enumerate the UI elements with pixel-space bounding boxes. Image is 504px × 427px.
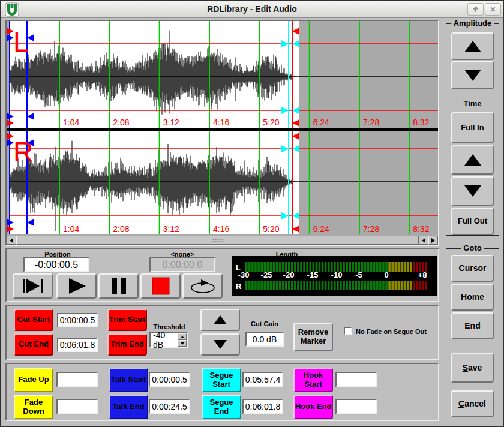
fade-down-field[interactable] — [56, 399, 98, 414]
cut-end-field[interactable]: 0:06:01.8 — [57, 338, 98, 352]
down-arrow-icon — [214, 340, 227, 349]
svg-text:-25: -25 — [261, 270, 272, 279]
play-from-start-icon — [21, 278, 45, 294]
fade-up-button[interactable]: Fade Up — [14, 368, 53, 392]
play-icon — [67, 278, 87, 294]
stop-button[interactable] — [140, 273, 181, 299]
goto-cursor-button[interactable]: Cursor — [451, 255, 494, 282]
scroll-back-button[interactable] — [419, 236, 428, 245]
time-zoom-in-button[interactable] — [451, 145, 494, 175]
spin-down-icon — [181, 342, 184, 345]
audio-meter: LR-30-25-20-15-10-50+8 — [232, 256, 437, 296]
scroll-right-button[interactable] — [428, 236, 438, 245]
shade-button[interactable] — [467, 3, 484, 16]
trim-end-button[interactable]: Trim End — [107, 333, 147, 356]
svg-text:3:12: 3:12 — [163, 224, 179, 234]
no-fade-label: No Fade on Segue Out — [356, 328, 434, 335]
amplitude-group-title: Amplitude — [451, 19, 494, 28]
segue-start-button[interactable]: Segue Start — [202, 368, 241, 392]
svg-text:4:16: 4:16 — [213, 118, 229, 127]
cut-end-button[interactable]: Cut End — [14, 333, 53, 356]
up-arrow-icon — [464, 154, 481, 166]
titlebar[interactable]: RDLibrary - Edit Audio ✕ — [1, 1, 503, 18]
scroll-left-button[interactable] — [7, 236, 16, 245]
waveform-scrollbar[interactable] — [7, 236, 438, 245]
down-arrow-icon — [464, 70, 481, 81]
amplitude-group: Amplitude — [446, 23, 499, 95]
cut-gain-field[interactable]: 0.0 dB — [245, 332, 284, 347]
svg-text:7:28: 7:28 — [363, 224, 379, 234]
hook-end-field[interactable] — [335, 399, 377, 414]
hook-start-button[interactable]: Hook Start — [293, 368, 333, 392]
svg-text:7:28: 7:28 — [363, 118, 379, 127]
svg-text:5:20: 5:20 — [263, 224, 279, 234]
shade-icon — [472, 6, 479, 13]
svg-text:2:08: 2:08 — [113, 118, 129, 127]
cut-start-field[interactable]: 0:00:00.5 — [57, 313, 98, 327]
up-arrow-icon — [464, 41, 481, 52]
edit-audio-window: RDLibrary - Edit Audio ✕ LR1:041:042:082… — [0, 0, 504, 427]
amplitude-down-button[interactable] — [451, 61, 494, 89]
talk-end-field[interactable]: 0:00:24.5 — [149, 399, 190, 414]
threshold-down-button[interactable] — [178, 340, 187, 347]
svg-text:0: 0 — [384, 270, 388, 279]
time-full-in-button[interactable]: Full In — [451, 112, 494, 143]
amplitude-up-button[interactable] — [451, 32, 494, 60]
threshold-up-button[interactable] — [178, 333, 187, 340]
save-button[interactable]: Save — [451, 353, 494, 383]
svg-text:8:32: 8:32 — [413, 224, 429, 234]
talk-end-button[interactable]: Talk End — [109, 395, 148, 419]
cut-start-button[interactable]: Cut Start — [14, 309, 53, 331]
loop-button[interactable] — [182, 273, 223, 299]
gain-down-button[interactable] — [200, 333, 240, 356]
waveform-panel: LR1:041:042:082:083:123:124:164:165:205:… — [5, 20, 439, 246]
goto-group: Goto Cursor Home End — [446, 248, 499, 347]
svg-text:6:24: 6:24 — [313, 224, 329, 234]
segue-end-button[interactable]: Segue End — [202, 395, 241, 419]
svg-text:-20: -20 — [283, 270, 295, 279]
loop-icon — [188, 278, 218, 294]
talk-start-field[interactable]: 0:00:00.5 — [149, 372, 190, 387]
goto-home-button[interactable]: Home — [451, 284, 494, 311]
svg-text:-30: -30 — [238, 270, 250, 279]
fade-up-field[interactable] — [56, 372, 98, 387]
hook-end-button[interactable]: Hook End — [293, 395, 333, 419]
stop-icon — [152, 277, 170, 295]
goto-end-button[interactable]: End — [451, 312, 494, 339]
close-icon: ✕ — [490, 5, 496, 14]
svg-text:8:32: 8:32 — [413, 118, 429, 127]
threshold-label: Threshold — [149, 323, 189, 330]
pause-button[interactable] — [98, 273, 139, 299]
svg-text:6:24: 6:24 — [313, 118, 329, 127]
hook-start-field[interactable] — [335, 372, 377, 387]
remove-marker-button[interactable]: Remove Marker — [293, 323, 333, 351]
pause-icon — [110, 277, 128, 295]
svg-text:R: R — [236, 282, 242, 291]
segue-start-field[interactable]: 0:05:57.4 — [242, 372, 283, 387]
time-group: Time Full In Full Out — [446, 104, 499, 236]
no-fade-checkbox[interactable] — [344, 327, 352, 335]
trim-start-button[interactable]: Trim Start — [107, 309, 147, 331]
scroll-left-icon — [10, 238, 13, 243]
cut-trim-panel: Cut Start 0:00:00.5 Cut End 0:06:01.8 Tr… — [5, 305, 439, 360]
cancel-button[interactable]: Cancel — [451, 390, 494, 417]
goto-group-title: Goto — [461, 243, 484, 252]
svg-text:R: R — [13, 136, 33, 167]
threshold-value[interactable]: -40 dB — [151, 333, 178, 347]
gain-up-button[interactable] — [200, 309, 240, 331]
time-full-out-button[interactable]: Full Out — [451, 208, 494, 235]
segue-end-field[interactable]: 0:06:01.8 — [242, 399, 283, 414]
down-arrow-icon — [464, 185, 481, 197]
time-zoom-out-button[interactable] — [451, 176, 494, 206]
close-button[interactable]: ✕ — [485, 3, 501, 16]
position-field[interactable]: -0:00:00.5 — [23, 257, 89, 272]
waveform-display[interactable]: LR1:041:042:082:083:123:124:164:165:205:… — [7, 21, 438, 236]
talk-start-button[interactable]: Talk Start — [109, 368, 148, 392]
time-group-title: Time — [461, 99, 484, 108]
fade-down-button[interactable]: Fade Down — [14, 395, 53, 419]
play-button[interactable] — [56, 273, 97, 299]
threshold-spinbox[interactable]: -40 dB — [149, 332, 188, 348]
play-from-start-button[interactable] — [13, 273, 53, 299]
svg-text:-10: -10 — [331, 270, 343, 279]
scrollbar-thumb[interactable] — [16, 236, 419, 245]
